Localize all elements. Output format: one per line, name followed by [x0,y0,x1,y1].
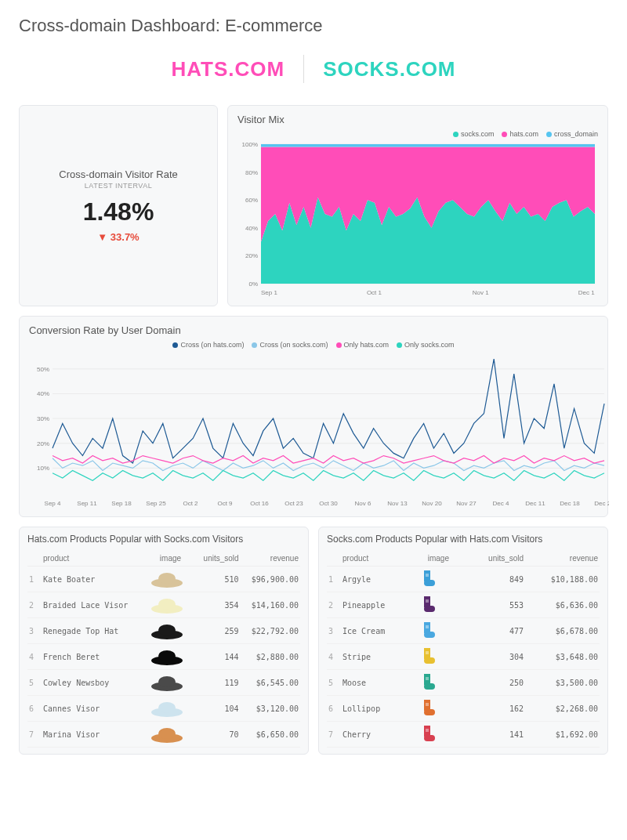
socks-table-card: Socks.com Products Popular with Hats.com… [318,527,608,755]
svg-rect-67 [424,657,435,664]
cell-revenue: $6,650.00 [241,722,300,748]
cell-product: Marina Visor [42,722,147,748]
row-index: 3 [327,618,341,644]
svg-text:50%: 50% [37,366,49,373]
svg-text:Nov 27: Nov 27 [456,500,477,507]
cell-units: 354 [194,592,240,618]
socks-table: product image units_sold revenue 1Argyle… [327,551,600,748]
row-index: 5 [27,670,42,696]
table-row: 1Kate Boater510$96,900.00 [27,567,300,592]
table-row: 7Marina Visor70$6,650.00 [27,722,300,748]
row-index: 3 [27,618,42,644]
table-row: 2Braided Lace Visor354$14,160.00 [27,592,300,618]
svg-text:20%: 20% [245,252,258,259]
row-index: 7 [27,722,42,748]
svg-text:40%: 40% [37,390,49,397]
svg-text:Nov 13: Nov 13 [387,500,408,507]
svg-text:Sep 4: Sep 4 [45,500,61,507]
row-index: 1 [27,567,42,592]
cell-image [408,670,469,696]
visitor-mix-chart: 0%20%40%60%80%100%Sep 1Oct 1Nov 1Dec 1 [237,141,598,298]
row-index: 6 [27,696,42,722]
svg-text:Nov 20: Nov 20 [422,500,442,507]
cell-revenue: $2,880.00 [241,644,300,670]
cell-image [147,567,195,592]
svg-point-56 [158,728,176,739]
svg-point-54 [158,702,176,713]
cell-revenue: $3,648.00 [525,644,600,670]
col-units: units_sold [469,551,525,567]
cell-units: 104 [194,696,240,722]
table-row: 4French Beret144$2,880.00 [27,644,300,670]
cell-image [147,618,195,644]
table-row: 6Lollipop162$2,268.00 [327,696,600,722]
legend-only-socks: Only socks.com [397,341,455,349]
svg-text:Dec 11: Dec 11 [525,500,545,507]
brand-socks: SOCKS.COM [323,57,455,81]
col-product: product [341,551,408,567]
cell-revenue: $6,545.00 [241,670,300,696]
cell-units: 553 [469,592,525,618]
cell-image [408,567,469,592]
cell-image [408,722,469,748]
cell-image [408,696,469,722]
cell-revenue: $10,188.00 [525,567,600,592]
row-index: 7 [327,722,341,748]
conversion-title: Conversion Rate by User Domain [29,324,598,336]
table-row: 7Cherry141$1,692.00 [327,722,600,748]
legend-cross: cross_domain [546,130,598,138]
table-row: 5Cowley Newsboy119$6,545.00 [27,670,300,696]
cell-image [147,644,195,670]
svg-rect-70 [424,683,435,690]
svg-text:100%: 100% [242,141,258,148]
svg-text:Oct 16: Oct 16 [250,500,269,507]
visitor-mix-legend: socks.com hats.com cross_domain [237,130,598,138]
row-index: 6 [327,696,341,722]
col-revenue: revenue [525,551,600,567]
cell-image [147,696,195,722]
conversion-card: Conversion Rate by User Domain Cross (on… [19,316,608,517]
cell-product: Cannes Visor [42,696,147,722]
legend-only-hats: Only hats.com [336,341,390,349]
svg-rect-74 [426,703,429,706]
brand-separator [303,55,304,83]
svg-text:Oct 30: Oct 30 [319,500,338,507]
metric-value: 1.48% [83,197,154,226]
svg-text:Sep 11: Sep 11 [77,500,97,507]
table-row: 5Moose250$3,500.00 [327,670,600,696]
svg-text:Oct 9: Oct 9 [217,500,233,507]
svg-rect-59 [426,574,429,577]
cell-units: 477 [469,618,525,644]
col-revenue: revenue [241,551,300,567]
row-index: 2 [27,592,42,618]
cell-units: 162 [469,696,525,722]
cell-revenue: $6,636.00 [525,592,600,618]
cell-product: Lollipop [341,696,408,722]
cell-image [147,592,195,618]
cell-revenue: $3,120.00 [241,696,300,722]
brand-hats: HATS.COM [171,57,285,81]
svg-text:30%: 30% [37,415,49,422]
svg-text:Oct 2: Oct 2 [183,500,198,507]
cell-units: 849 [469,567,525,592]
cell-product: Renegade Top Hat [42,618,147,644]
svg-text:10%: 10% [37,465,49,472]
cell-revenue: $2,268.00 [525,696,600,722]
metric-title: Cross-domain Visitor Rate [59,168,177,180]
cell-revenue: $96,900.00 [241,567,300,592]
metric-subtitle: LATEST INTERVAL [85,182,152,190]
svg-point-52 [158,676,176,687]
svg-point-50 [158,650,176,661]
svg-text:20%: 20% [37,440,49,447]
page-title: Cross-domain Dashboard: E-commerce [19,16,608,36]
conversion-legend: Cross (on hats.com) Cross (on socks.com)… [29,341,598,349]
svg-point-44 [158,573,176,584]
cross-domain-rate-card: Cross-domain Visitor Rate LATEST INTERVA… [19,105,218,306]
svg-rect-61 [424,606,435,612]
svg-rect-77 [426,729,429,732]
col-units: units_sold [194,551,240,567]
svg-rect-62 [426,599,429,603]
legend-cross-hats: Cross (on hats.com) [172,341,244,349]
svg-text:Sep 1: Sep 1 [261,289,277,296]
cell-product: Braided Lace Visor [42,592,147,618]
